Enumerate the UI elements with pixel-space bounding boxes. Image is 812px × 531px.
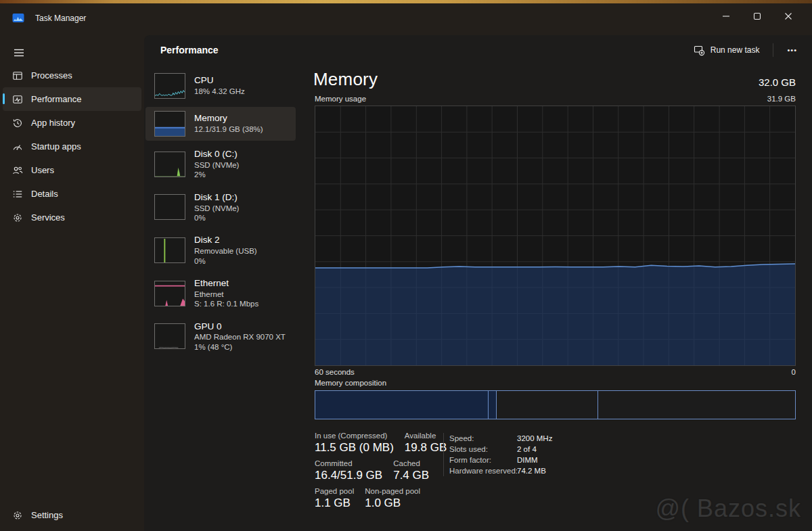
- perf-item-percent: 0%: [194, 213, 239, 223]
- perf-item-detail: Ethernet: [194, 290, 258, 299]
- performance-icon: [12, 94, 23, 105]
- close-button[interactable]: [773, 3, 804, 29]
- sidebar-item-label: Performance: [31, 94, 81, 104]
- perf-item-gpu0[interactable]: GPU 0 AMD Radeon RX 9070 XT 1% (48 °C): [145, 317, 296, 356]
- users-icon: [12, 165, 23, 176]
- gpu0-thumbnail-chart: [154, 323, 185, 349]
- usage-label-row: Memory usage 31.9 GB: [315, 95, 796, 103]
- sidebar-item-label: Details: [31, 189, 58, 199]
- perf-item-detail: SSD (NVMe): [194, 160, 239, 170]
- hw-form-factor: Form factor: DIMM: [449, 455, 552, 465]
- services-icon: [12, 212, 23, 223]
- perf-item-percent: S: 1.6 R: 0.1 Mbps: [194, 299, 258, 308]
- composition-segment-standby: [497, 391, 598, 419]
- sidebar-item-label: Users: [31, 165, 54, 175]
- hw-label: Hardware reserved:: [449, 465, 517, 476]
- sidebar-item-performance[interactable]: Performance: [3, 87, 141, 111]
- hw-label: Slots used:: [449, 444, 517, 455]
- memory-thumbnail-chart: [154, 111, 185, 137]
- navigation-menu-button[interactable]: [7, 42, 31, 64]
- perf-item-title: Memory: [194, 113, 263, 124]
- sidebar-item-app-history[interactable]: App history: [3, 111, 141, 135]
- perf-item-cpu[interactable]: CPU 18% 4.32 GHz: [145, 69, 296, 103]
- memory-hardware-info: Speed: 3200 MHz Slots used: 2 of 4 Form …: [443, 433, 552, 476]
- header-divider: [773, 43, 773, 57]
- perf-item-title: GPU 0: [194, 321, 286, 333]
- window-title: Task Manager: [35, 14, 86, 23]
- main-panel: Performance Run new task •••: [144, 35, 812, 531]
- cpu-thumbnail-chart: [154, 73, 185, 99]
- memory-composition-label: Memory composition: [315, 379, 386, 387]
- memory-usage-label: Memory usage: [315, 95, 366, 103]
- hw-label: Speed:: [449, 433, 517, 444]
- selected-accent-pill: [3, 93, 5, 104]
- detail-title-row: Memory 32.0 GB: [313, 69, 796, 90]
- disk2-thumbnail-chart: [154, 237, 185, 263]
- x-axis-right-label: 0: [792, 368, 796, 376]
- perf-item-ethernet[interactable]: Ethernet Ethernet S: 1.6 R: 0.1 Mbps: [145, 274, 296, 313]
- sidebar-item-label: Services: [31, 212, 65, 223]
- time-axis-row: 60 seconds 0: [315, 368, 796, 376]
- settings-gear-icon: [12, 510, 23, 521]
- sidebar-item-details[interactable]: Details: [3, 182, 141, 206]
- run-new-task-icon: [694, 45, 705, 56]
- more-options-button[interactable]: •••: [779, 42, 805, 58]
- stat-value: 1.1 GB: [315, 497, 354, 510]
- startup-apps-icon: [12, 141, 23, 152]
- perf-item-title: Disk 1 (D:): [194, 192, 239, 204]
- stat-committed: Committed 16.4/51.9 GB: [315, 459, 382, 482]
- sidebar-nav: Processes Performance App history: [0, 64, 144, 229]
- y-axis-max-label: 31.9 GB: [767, 95, 796, 103]
- hw-slots-used: Slots used: 2 of 4: [449, 444, 552, 455]
- maximize-button[interactable]: [742, 3, 773, 29]
- details-icon: [12, 189, 23, 200]
- ellipsis-icon: •••: [787, 46, 797, 54]
- sidebar-item-label: Processes: [31, 70, 72, 80]
- composition-segment-modified: [489, 391, 497, 419]
- page-header: Performance Run new task •••: [144, 35, 812, 65]
- x-axis-left-label: 60 seconds: [315, 368, 355, 376]
- header-actions: Run new task •••: [685, 39, 805, 61]
- perf-item-memory[interactable]: Memory 12.1/31.9 GB (38%): [145, 107, 296, 141]
- perf-item-title: Disk 0 (C:): [194, 149, 239, 160]
- stat-value: 7.4 GB: [393, 469, 429, 482]
- stat-value: 1.0 GB: [365, 497, 420, 510]
- memory-total-capacity: 32.0 GB: [759, 76, 796, 90]
- stat-in-use: In use (Compressed) 11.5 GB (0 MB): [315, 432, 394, 455]
- sidebar-item-label: App history: [31, 118, 75, 128]
- disk0-thumbnail-chart: [154, 152, 185, 177]
- minimize-button[interactable]: [710, 3, 742, 29]
- perf-item-disk1[interactable]: Disk 1 (D:) SSD (NVMe) 0%: [145, 188, 296, 227]
- perf-item-detail: SSD (NVMe): [194, 204, 239, 213]
- stat-label: Available: [405, 432, 447, 440]
- perf-item-detail: AMD Radeon RX 9070 XT: [194, 332, 286, 342]
- perf-item-disk2[interactable]: Disk 2 Removable (USB) 0%: [145, 231, 296, 270]
- run-new-task-label: Run new task: [710, 45, 760, 55]
- sidebar-item-startup-apps[interactable]: Startup apps: [3, 135, 141, 158]
- sidebar-item-processes[interactable]: Processes: [3, 64, 141, 87]
- stat-label: Non-paged pool: [365, 487, 420, 495]
- perf-item-title: CPU: [194, 75, 245, 87]
- detail-title: Memory: [313, 69, 378, 90]
- perf-item-detail: Removable (USB): [194, 246, 257, 256]
- stat-paged-pool: Paged pool 1.1 GB: [315, 487, 354, 510]
- sidebar: Processes Performance App history: [0, 35, 144, 531]
- titlebar[interactable]: Task Manager: [0, 3, 812, 35]
- sidebar-item-users[interactable]: Users: [3, 158, 141, 182]
- perf-item-disk0[interactable]: Disk 0 (C:) SSD (NVMe) 2%: [145, 145, 296, 184]
- maximize-icon: [753, 12, 761, 20]
- hw-speed: Speed: 3200 MHz: [449, 433, 552, 444]
- perf-item-detail: 18% 4.32 GHz: [194, 87, 245, 96]
- stat-label: Committed: [315, 459, 382, 467]
- run-new-task-button[interactable]: Run new task: [685, 40, 768, 61]
- perf-item-title: Disk 2: [194, 235, 257, 246]
- processes-icon: [12, 70, 23, 81]
- sidebar-item-settings[interactable]: Settings: [3, 503, 136, 527]
- perf-item-percent: 2%: [194, 170, 239, 179]
- hw-value: 2 of 4: [517, 444, 537, 455]
- perf-item-detail: 12.1/31.9 GB (38%): [194, 124, 263, 134]
- ethernet-thumbnail-chart: [154, 281, 185, 306]
- sidebar-item-label: Startup apps: [31, 141, 81, 152]
- sidebar-item-services[interactable]: Services: [3, 206, 141, 229]
- stat-available: Available 19.8 GB: [405, 432, 447, 455]
